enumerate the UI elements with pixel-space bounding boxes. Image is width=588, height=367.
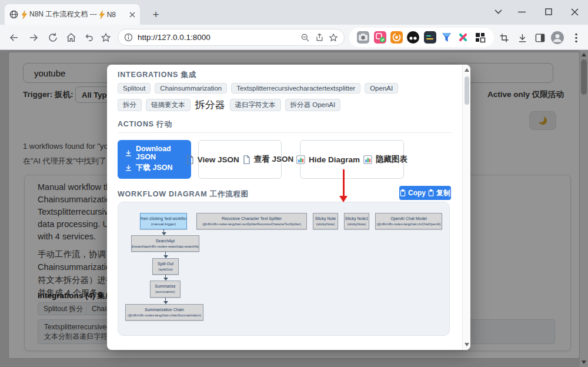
- view-json-button[interactable]: View JSON 查看 JSON: [198, 140, 282, 179]
- url-text[interactable]: http://127.0.0.1:8000: [138, 33, 296, 42]
- forward-icon[interactable]: [25, 29, 42, 46]
- diagram-node-sticky-note[interactable]: Sticky Note (stickyNote): [313, 213, 338, 229]
- globe-favicon-icon: [9, 10, 18, 19]
- connector-arrow: [163, 252, 168, 258]
- node-subtitle: (@n8n/n8n-nodes-langchain.lmChatOpenAI): [377, 222, 441, 227]
- profile-avatar-icon[interactable]: [549, 29, 566, 46]
- node-title: When clicking 'test workflow': [140, 216, 187, 222]
- download-label-zh: 下载 JSON: [136, 163, 173, 173]
- grid-capture-extension-icon[interactable]: [474, 31, 486, 44]
- integration-tag-zh: 拆分器 OpenAI: [285, 99, 341, 111]
- diagram-node-sticky-note1[interactable]: Sticky Note1 (stickyNote): [344, 213, 369, 229]
- diagram-node-summarization-chain[interactable]: Summarization Chain (@n8n/n8n-nodes-lang…: [125, 304, 203, 321]
- document-icon: [186, 155, 194, 164]
- back-icon[interactable]: [6, 29, 22, 46]
- menu-dots-icon[interactable]: [568, 29, 584, 46]
- lightning-icon: [21, 11, 28, 19]
- download-icon: [125, 164, 132, 172]
- workflow-diagram-canvas[interactable]: When clicking 'test workflow' (manual.tr…: [118, 202, 450, 336]
- view-json-label-zh: 查看 JSON: [254, 154, 294, 165]
- node-subtitle: (splitOut): [158, 267, 172, 272]
- close-window-button[interactable]: [566, 5, 583, 19]
- new-tab-button[interactable]: +: [148, 7, 163, 22]
- modal-scrollbar-thumb[interactable]: [465, 76, 469, 105]
- browser-toolbar: http://127.0.0.1:8000: [0, 25, 588, 50]
- lightning-icon: [99, 11, 105, 19]
- integration-tag: Splitout: [118, 83, 151, 94]
- tab-title-truncated: N8: [107, 11, 116, 19]
- translate-extension-icon[interactable]: [374, 31, 386, 44]
- panda-extension-icon[interactable]: [407, 31, 419, 44]
- copy-button[interactable]: Copy 复制: [399, 186, 451, 200]
- connector-arrow: [163, 298, 168, 304]
- node-subtitle: (@n8n/n8n-nodes-langchain.textSplitterRe…: [202, 222, 301, 227]
- diagram-node-manual-trigger[interactable]: When clicking 'test workflow' (manual.tr…: [140, 213, 187, 229]
- section-divider: [118, 132, 452, 133]
- camera-extension-icon[interactable]: [357, 31, 369, 44]
- hide-diagram-label-zh: 隐藏图表: [376, 154, 407, 165]
- share-icon[interactable]: [315, 33, 324, 42]
- bar-chart-icon: [363, 155, 372, 164]
- tab-close-icon[interactable]: [129, 12, 135, 18]
- node-title: Sticky Note1: [345, 216, 368, 222]
- bookmark-star-icon[interactable]: [98, 29, 114, 46]
- hide-diagram-label-en: Hide Diagram: [309, 155, 360, 164]
- integration-tags-row-en: Splitout Chainsummarization Textsplitter…: [118, 83, 398, 94]
- diagram-node-text-splitter[interactable]: Recursive Character Text Splitter (@n8n/…: [196, 213, 307, 229]
- integration-tag: Textsplitterrecursivecharactertextsplitt…: [231, 83, 360, 94]
- clipboard-icon: [400, 189, 406, 196]
- node-subtitle: (@n8n/n8n-nodes-langchain.chainSummariza…: [128, 313, 201, 318]
- tiger-extension-icon[interactable]: [390, 31, 403, 44]
- side-panel-icon[interactable]: [532, 29, 548, 46]
- bookmark-page-star-icon[interactable]: [329, 33, 338, 42]
- modal-scroll-down-icon[interactable]: [465, 343, 469, 346]
- diagram-node-split-out[interactable]: Split Out (splitOut): [152, 258, 179, 275]
- hide-diagram-button[interactable]: Hide Diagram 隐藏图表: [300, 140, 404, 179]
- diagram-node-summarize[interactable]: Summarize (summarize): [150, 281, 181, 298]
- diagram-node-searchapi[interactable]: SearchApi (@searchapi/n8n-nodes-searchap…: [131, 235, 199, 252]
- node-title: Split Out: [158, 261, 173, 267]
- extensions-shelf: [349, 28, 494, 47]
- integration-tag: OpenAI: [365, 83, 398, 94]
- home-icon[interactable]: [63, 29, 79, 46]
- integration-tag-zh: 链摘要文本: [146, 99, 191, 111]
- integration-tag: Chainsummarization: [155, 83, 227, 94]
- node-title: Recursive Character Text Splitter: [222, 216, 282, 222]
- workflow-detail-modal: INTEGRATIONS 集成 Splitout Chainsummarizat…: [107, 65, 470, 350]
- download-label-en: Download JSON: [136, 145, 191, 161]
- address-bar[interactable]: http://127.0.0.1:8000: [118, 29, 345, 46]
- download-icon: [125, 149, 132, 157]
- maximize-button[interactable]: [540, 5, 557, 19]
- integration-tags-row-zh: 拆分 链摘要文本 拆分器 递归字符文本 拆分器 OpenAI: [118, 98, 340, 112]
- document-icon: [243, 155, 250, 164]
- download-toolbar-icon[interactable]: [514, 29, 530, 46]
- title-bar: N8N 工作流程文档 --- N8 +: [0, 0, 588, 25]
- browser-window: N8N 工作流程文档 --- N8 +: [0, 0, 588, 367]
- node-subtitle: (manual.trigger): [151, 222, 176, 227]
- modal-scrollbar[interactable]: [462, 65, 470, 350]
- clipboard-icon: [428, 189, 434, 196]
- diagram-node-openai-chat-model[interactable]: OpenAI Chat Model (@n8n/n8n-nodes-langch…: [375, 213, 442, 229]
- node-subtitle: (stickyNote): [348, 222, 366, 227]
- vpn-funnel-extension-icon[interactable]: [440, 31, 453, 44]
- integration-tag-large: 拆分器: [195, 98, 225, 112]
- minimize-button[interactable]: [513, 5, 530, 19]
- page-viewport: youtube Trigger: 扳机: All Types Active on…: [0, 50, 588, 367]
- actions-section-title: ACTIONS 行动: [118, 119, 172, 129]
- undo-arrow-icon[interactable]: [81, 29, 97, 46]
- integrations-section-title: INTEGRATIONS 集成: [118, 70, 196, 80]
- view-json-label-en: View JSON: [198, 155, 239, 164]
- site-info-icon[interactable]: [124, 33, 133, 42]
- x-tools-extension-icon[interactable]: [457, 31, 469, 44]
- node-title: Sticky Note: [315, 216, 336, 222]
- browser-tab[interactable]: N8N 工作流程文档 --- N8: [5, 4, 140, 25]
- copy-label-zh: 复制: [436, 188, 450, 198]
- reload-icon[interactable]: [45, 29, 61, 46]
- crop-icon[interactable]: [496, 29, 512, 46]
- tab-search-chevron-icon[interactable]: [489, 5, 507, 19]
- zoom-out-icon[interactable]: [300, 33, 310, 42]
- download-json-button[interactable]: Download JSON 下载 JSON: [118, 140, 191, 179]
- modal-scroll-up-icon[interactable]: [465, 68, 469, 72]
- tab-title: N8N 工作流程文档 ---: [29, 9, 97, 19]
- terminal-extension-icon[interactable]: [424, 31, 436, 44]
